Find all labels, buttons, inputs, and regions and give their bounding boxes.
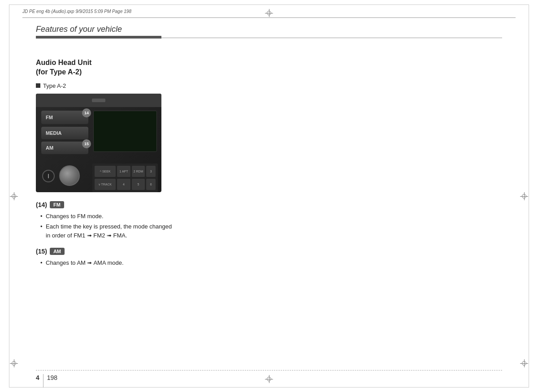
type-label-row: Type A-2 [36, 82, 175, 89]
btn-4: 4 [117, 179, 130, 190]
rdm-btn: 2 RDM [132, 166, 145, 177]
btn-5: 5 [132, 179, 145, 190]
header-light-line [161, 38, 502, 38]
content-left: Audio Head Unit (for Type A-2) Type A-2 … [36, 58, 175, 276]
btn-6: 6 [146, 179, 156, 190]
footer-divider [43, 374, 43, 388]
type-square-icon [36, 83, 40, 88]
header-section: Features of your vehicle [36, 25, 502, 39]
media-label: MEDIA [46, 130, 61, 136]
media-button: MEDIA [41, 127, 88, 139]
eject-button [92, 99, 105, 102]
radio-display-screen [93, 111, 157, 152]
track-btn: v TRACK [95, 179, 116, 190]
crosshair-right-mid [520, 192, 528, 200]
radio-unit-image: FM 14 MEDIA AM 15 [36, 94, 161, 192]
footer-chapter: 4 [36, 374, 39, 381]
radio-top-bar [36, 94, 161, 107]
item-14-bullets: Changes to FM mode. Each time the key is… [36, 212, 175, 240]
item-14-header: (14) FM [36, 201, 175, 208]
track-row: v TRACK 4 5 6 [95, 179, 156, 190]
fm-badge: 14 [82, 108, 91, 117]
power-button [42, 170, 55, 182]
crosshair-top-center [265, 9, 273, 17]
header-dark-bar [36, 36, 161, 39]
seek-btn: ^ SEEK [95, 166, 116, 177]
seek-row: ^ SEEK 1 APT 2 RDM 3 [95, 166, 156, 177]
file-meta-text: JD PE eng 4b (Audio).qxp 9/9/2015 5:09 P… [22, 9, 131, 14]
header-title: Features of your vehicle [36, 25, 502, 34]
btn-3: 3 [146, 166, 156, 177]
footer-section: 4 198 [36, 370, 502, 388]
footer-page: 198 [47, 374, 57, 381]
apt-btn: 1 APT [117, 166, 130, 177]
radio-bottom-panel: ^ SEEK 1 APT 2 RDM 3 v TRACK 4 5 6 [92, 164, 158, 192]
item-15-bullets: Changes to AM ➟ AMA mode. [36, 258, 175, 267]
item-15-header: (15) AM [36, 248, 175, 255]
item-14-badge: FM [50, 201, 64, 208]
item-14-number: (14) [36, 201, 47, 208]
item-15-number: (15) [36, 248, 47, 255]
crosshair-bottom-right [520, 359, 528, 367]
item-15-bullet-1: Changes to AM ➟ AMA mode. [40, 258, 175, 267]
section-title-line2: (for Type A-2) [36, 68, 82, 76]
main-content: Audio Head Unit (for Type A-2) Type A-2 … [36, 58, 502, 356]
fm-button: FM 14 [41, 111, 88, 124]
am-label: AM [46, 145, 53, 151]
crosshair-bottom-left [10, 359, 18, 367]
item-15-badge: AM [50, 248, 65, 255]
item-14-bullet-1: Changes to FM mode. [40, 212, 175, 221]
item-14-bullet-2: Each time the key is pressed, the mode c… [40, 222, 175, 240]
volume-knob [59, 165, 80, 186]
section-title-line1: Audio Head Unit [36, 59, 91, 66]
fm-label: FM [46, 115, 53, 120]
header-line [36, 36, 502, 39]
type-label-text: Type A-2 [43, 82, 66, 89]
am-button: AM 15 [41, 142, 88, 154]
crosshair-left-mid [10, 192, 18, 200]
am-badge: 15 [82, 139, 91, 148]
section-title: Audio Head Unit (for Type A-2) [36, 58, 175, 77]
